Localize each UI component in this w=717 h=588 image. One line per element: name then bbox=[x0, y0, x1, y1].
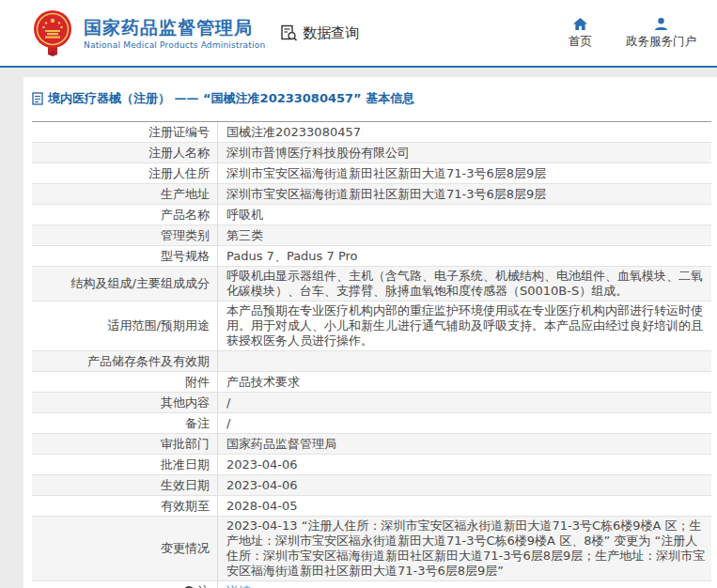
row-label-text: 注册证编号 bbox=[148, 125, 210, 140]
row-value: 2023-04-06 bbox=[217, 475, 711, 495]
content-card: 境内医疗器械（注册） —— “国械注准20233080457” 基本信息 注册证… bbox=[23, 77, 717, 588]
table-row: 有效期至2028-04-05 bbox=[32, 496, 711, 517]
org-name-block: 国家药品监督管理局 National Medical Products Admi… bbox=[84, 17, 265, 50]
row-label-text: 生效日期 bbox=[161, 478, 210, 493]
page: 国家药品监督管理局 National Medical Products Admi… bbox=[0, 0, 717, 588]
row-label: 适用范围/预期用途 bbox=[32, 302, 217, 350]
nav-portal-label: 政务服务门户 bbox=[626, 34, 696, 50]
row-label: 有效期至 bbox=[32, 496, 217, 516]
table-row: 产品名称呼吸机 bbox=[32, 205, 711, 225]
row-label-text: 注册人名称 bbox=[148, 146, 210, 161]
table-row: 注详情 bbox=[32, 581, 711, 588]
row-value: 呼吸机 bbox=[217, 205, 711, 224]
org-name-en: National Medical Products Administration bbox=[84, 40, 265, 50]
row-label: 生产地址 bbox=[32, 184, 217, 204]
row-label: 注册人名称 bbox=[32, 143, 217, 162]
nav-home[interactable]: 首页 bbox=[569, 17, 592, 50]
user-icon bbox=[653, 17, 669, 31]
row-value: Padus 7、Padus 7 Pro bbox=[217, 246, 711, 266]
row-label: 附件 bbox=[32, 372, 217, 392]
row-value: 深圳市宝安区福海街道新田社区新田大道71-3号6层8层9层 bbox=[217, 163, 711, 183]
row-label: 注册人住所 bbox=[32, 163, 217, 183]
table-row: 生产地址深圳市宝安区福海街道新田社区新田大道71-3号6层8层9层 bbox=[32, 184, 711, 205]
row-label-text: 变更情况 bbox=[161, 541, 210, 556]
row-label-text: 管理类别 bbox=[161, 228, 210, 243]
row-label-text: 结构及组成/主要组成成分 bbox=[71, 276, 210, 291]
row-label: 生效日期 bbox=[32, 475, 217, 495]
table-row: 产品储存条件及有效期 bbox=[32, 351, 711, 372]
row-value: 2023-04-06 bbox=[217, 455, 711, 474]
row-label: 注册证编号 bbox=[32, 122, 217, 142]
row-label: 型号规格 bbox=[32, 246, 217, 266]
row-label-text: 附件 bbox=[185, 375, 210, 390]
row-value: 国家药品监督管理局 bbox=[217, 434, 711, 454]
table-row: 审批部门国家药品监督管理局 bbox=[32, 434, 711, 455]
home-icon bbox=[572, 17, 588, 31]
nav-portal[interactable]: 政务服务门户 bbox=[626, 17, 696, 50]
row-value: 2023-04-13 “注册人住所：深圳市宝安区福永街道新田大道71-3号C栋6… bbox=[217, 517, 711, 580]
nav-home-label: 首页 bbox=[569, 34, 592, 50]
row-label-text: 产品储存条件及有效期 bbox=[87, 354, 210, 369]
table-row: 管理类别第三类 bbox=[32, 225, 711, 246]
row-label: 批准日期 bbox=[32, 455, 217, 474]
info-table: 注册证编号国械注准20233080457注册人名称深圳市普博医疗科技股份有限公司… bbox=[32, 121, 711, 588]
row-value: 国械注准20233080457 bbox=[217, 122, 711, 142]
row-label-text: 审批部门 bbox=[161, 437, 210, 452]
table-row: 生效日期2023-04-06 bbox=[32, 475, 711, 496]
row-label-text: 备注 bbox=[185, 416, 210, 431]
row-label-text: 注册人住所 bbox=[148, 166, 210, 181]
data-query-label: 数据查询 bbox=[303, 24, 359, 42]
table-row: 其他内容/ bbox=[32, 393, 711, 413]
document-icon bbox=[32, 92, 43, 105]
data-query-icon bbox=[280, 24, 298, 42]
row-value: / bbox=[217, 413, 711, 433]
page-title: 境内医疗器械（注册） —— “国械注准20233080457” 基本信息 bbox=[23, 88, 717, 107]
row-label: 管理类别 bbox=[32, 225, 217, 245]
table-row: 注册人名称深圳市普博医疗科技股份有限公司 bbox=[32, 143, 711, 163]
row-label: 产品名称 bbox=[32, 205, 217, 224]
row-label-text: 其他内容 bbox=[161, 395, 210, 410]
row-label-text: 批准日期 bbox=[161, 457, 210, 472]
row-label: 备注 bbox=[32, 413, 217, 433]
table-row: 型号规格Padus 7、Padus 7 Pro bbox=[32, 246, 711, 267]
row-label-text: 型号规格 bbox=[161, 249, 210, 264]
row-label-text: 注 bbox=[197, 584, 210, 588]
row-label: 产品储存条件及有效期 bbox=[32, 351, 217, 371]
row-label-text: 产品名称 bbox=[161, 208, 210, 223]
national-emblem-icon bbox=[31, 9, 74, 56]
row-value: 深圳市宝安区福海街道新田社区新田大道71-3号6层8层9层 bbox=[217, 184, 711, 204]
row-label-text: 生产地址 bbox=[161, 187, 210, 202]
row-label: 注 bbox=[32, 581, 217, 588]
row-label: 结构及组成/主要组成成分 bbox=[32, 267, 217, 301]
row-value: 产品技术要求 bbox=[217, 372, 711, 392]
row-label: 审批部门 bbox=[32, 434, 217, 454]
row-label-text: 有效期至 bbox=[161, 499, 210, 514]
table-row: 适用范围/预期用途本产品预期在专业医疗机构内部的重症监护环境使用或在专业医疗机构… bbox=[32, 302, 711, 351]
row-value: 深圳市普博医疗科技股份有限公司 bbox=[217, 143, 711, 162]
row-value: 本产品预期在专业医疗机构内部的重症监护环境使用或在专业医疗机构内部进行转运时使用… bbox=[217, 302, 711, 350]
table-row: 注册证编号国械注准20233080457 bbox=[32, 122, 711, 143]
nav-data-query[interactable]: 数据查询 bbox=[280, 24, 359, 42]
table-row: 附件产品技术要求 bbox=[32, 372, 711, 393]
page-title-text: 境内医疗器械（注册） —— “国械注准20233080457” 基本信息 bbox=[48, 90, 414, 107]
site-logo[interactable]: 国家药品监督管理局 National Medical Products Admi… bbox=[31, 9, 265, 56]
row-value: 第三类 bbox=[217, 225, 711, 245]
row-value: 详情 bbox=[217, 581, 711, 588]
table-row: 备注/ bbox=[32, 413, 711, 434]
row-value: / bbox=[217, 393, 711, 412]
table-row: 批准日期2023-04-06 bbox=[32, 455, 711, 475]
row-value: 2028-04-05 bbox=[217, 496, 711, 516]
table-row: 注册人住所深圳市宝安区福海街道新田社区新田大道71-3号6层8层9层 bbox=[32, 163, 711, 184]
top-nav: 首页 政务服务门户 bbox=[569, 17, 696, 50]
table-row: 结构及组成/主要组成成分呼吸机由显示器组件、主机（含气路、电子系统、机械结构、电… bbox=[32, 267, 711, 302]
row-label-text: 适用范围/预期用途 bbox=[108, 318, 210, 333]
site-header: 国家药品监督管理局 National Medical Products Admi… bbox=[0, 0, 717, 68]
row-value: 呼吸机由显示器组件、主机（含气路、电子系统、机械结构、电池组件、血氧模块、二氧化… bbox=[217, 267, 711, 301]
row-label: 其他内容 bbox=[32, 393, 217, 412]
detail-link[interactable]: 详情 bbox=[226, 584, 251, 588]
row-value bbox=[217, 351, 711, 371]
org-name-cn: 国家药品监督管理局 bbox=[84, 17, 265, 38]
table-row: 变更情况2023-04-13 “注册人住所：深圳市宝安区福永街道新田大道71-3… bbox=[32, 517, 711, 581]
row-label: 变更情况 bbox=[32, 517, 217, 580]
